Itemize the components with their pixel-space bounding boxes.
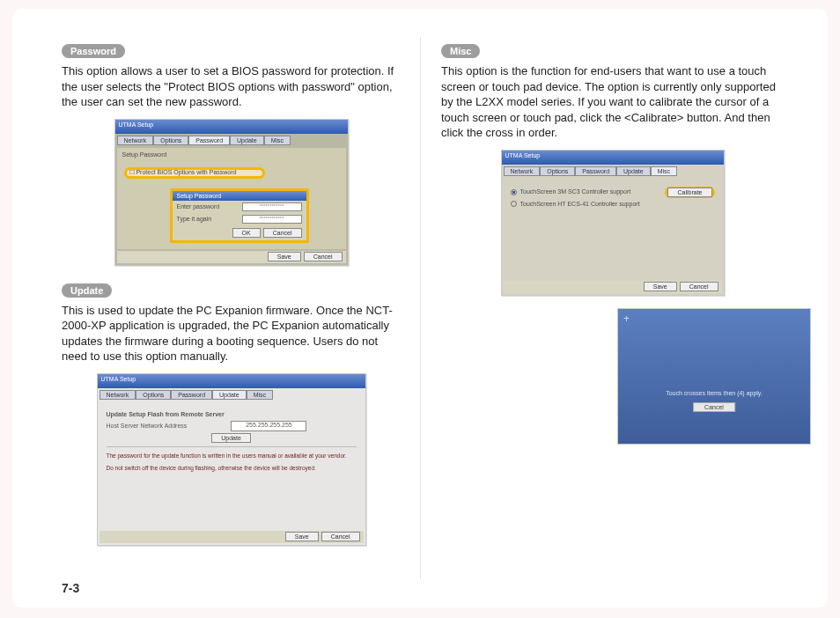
tab-network[interactable]: Network bbox=[99, 390, 136, 400]
radio-icon bbox=[511, 201, 517, 207]
window-title: UTMA Setup bbox=[98, 374, 365, 388]
tab-bar: Network Options Password Update Misc bbox=[99, 390, 274, 400]
tab-update[interactable]: Update bbox=[616, 166, 651, 176]
manual-page: Password This option allows a user to se… bbox=[12, 9, 828, 607]
password-section: Password This option allows a user to se… bbox=[62, 42, 401, 266]
save-button[interactable]: Save bbox=[268, 252, 301, 261]
window-footer: Save Cancel bbox=[117, 251, 346, 263]
save-button[interactable]: Save bbox=[644, 282, 677, 291]
left-column: Password This option allows a user to se… bbox=[12, 9, 420, 607]
calibrate-screenshot: + Touch crosses items then (4) apply. Ca… bbox=[617, 308, 811, 445]
password-text: This option allows a user to set a BIOS … bbox=[62, 63, 401, 110]
enter-password-input[interactable]: ************ bbox=[242, 202, 302, 211]
flash-heading: Update Setup Flash from Remote Server bbox=[107, 411, 357, 417]
update-note-2: Do not switch off the device during flas… bbox=[107, 465, 357, 472]
tab-network[interactable]: Network bbox=[504, 166, 541, 176]
tab-update[interactable]: Update bbox=[212, 390, 247, 400]
type-again-label: Type it again bbox=[177, 216, 239, 222]
misc-panel: TouchScreen 3M SC3 Controller support Ca… bbox=[504, 179, 722, 279]
update-text: This is used to update the PC Expanion f… bbox=[62, 303, 401, 364]
ok-button[interactable]: OK bbox=[232, 228, 261, 238]
update-panel: Update Setup Flash from Remote Server Ho… bbox=[99, 402, 364, 529]
tab-update[interactable]: Update bbox=[230, 136, 264, 145]
radio-icon bbox=[511, 189, 517, 195]
host-address-input[interactable]: 255.255.255.255 bbox=[231, 421, 306, 431]
cancel-button-footer[interactable]: Cancel bbox=[304, 252, 343, 261]
update-screenshot: UTMA Setup Network Options Password Upda… bbox=[97, 373, 366, 546]
misc-screenshot: UTMA Setup Network Options Password Upda… bbox=[501, 150, 725, 296]
setup-password-label: Setup Password bbox=[117, 148, 346, 161]
cross-icon[interactable]: + bbox=[623, 313, 630, 325]
touchscreen-option-2[interactable]: TouchScreen HT ECS-41 Controller support bbox=[511, 201, 640, 208]
enter-password-label: Enter password bbox=[177, 203, 239, 210]
tab-options[interactable]: Options bbox=[136, 390, 171, 400]
cancel-button[interactable]: Cancel bbox=[263, 228, 302, 238]
separator bbox=[107, 446, 357, 447]
tab-password[interactable]: Password bbox=[188, 136, 230, 145]
tab-bar: Network Options Password Update Misc bbox=[117, 136, 291, 145]
tab-options[interactable]: Options bbox=[153, 136, 188, 145]
host-address-label: Host Server Network Address bbox=[107, 423, 230, 429]
update-note-1: The password for the update function is … bbox=[107, 452, 357, 460]
update-heading: Update bbox=[62, 283, 112, 298]
update-section: Update This is used to update the PC Exp… bbox=[62, 282, 401, 546]
touchscreen-option-1[interactable]: TouchScreen 3M SC3 Controller support bbox=[511, 188, 631, 195]
password-screenshot: UTMA Setup Network Options Password Upda… bbox=[114, 119, 349, 266]
tab-password[interactable]: Password bbox=[575, 166, 616, 176]
calibrate-hint: Touch crosses items then (4) apply. bbox=[618, 390, 810, 396]
tab-bar: Network Options Password Update Misc bbox=[504, 166, 678, 176]
calibrate-highlight: Calibrate bbox=[665, 187, 714, 198]
right-column: Misc This option is the function for end… bbox=[420, 9, 828, 607]
window-footer: Save Cancel bbox=[504, 281, 722, 293]
password-heading: Password bbox=[62, 44, 125, 58]
dialog-title: Setup Password bbox=[173, 191, 306, 201]
protect-option-checkbox[interactable]: ☐ Protect BIOS Options with Password bbox=[129, 169, 237, 176]
window-title: UTMA Setup bbox=[115, 120, 348, 134]
tab-options[interactable]: Options bbox=[540, 166, 575, 176]
misc-heading: Misc bbox=[441, 44, 480, 58]
calibrate-button[interactable]: Calibrate bbox=[667, 188, 711, 197]
tab-misc[interactable]: Misc bbox=[247, 390, 273, 400]
tab-network[interactable]: Network bbox=[117, 136, 154, 145]
misc-section: Misc This option is the function for end… bbox=[441, 42, 784, 445]
window-title: UTMA Setup bbox=[502, 151, 724, 165]
password-panel: Setup Password ☐ Protect BIOS Options wi… bbox=[117, 148, 346, 249]
cancel-button[interactable]: Cancel bbox=[321, 532, 360, 541]
setup-password-dialog: Setup Password Enter password **********… bbox=[170, 188, 309, 243]
type-again-input[interactable]: ************ bbox=[242, 215, 302, 224]
page-number: 7-3 bbox=[62, 581, 79, 595]
protect-option-text: Protect BIOS Options with Password bbox=[136, 169, 236, 175]
calibrate-cancel-button[interactable]: Cancel bbox=[693, 402, 735, 412]
tab-password[interactable]: Password bbox=[171, 390, 212, 400]
cancel-button[interactable]: Cancel bbox=[680, 282, 718, 291]
update-button[interactable]: Update bbox=[211, 433, 251, 443]
window-footer: Save Cancel bbox=[99, 531, 364, 543]
tab-misc[interactable]: Misc bbox=[264, 136, 291, 145]
save-button[interactable]: Save bbox=[285, 532, 319, 541]
tab-misc[interactable]: Misc bbox=[651, 166, 677, 176]
misc-text: This option is the function for end-user… bbox=[441, 63, 784, 141]
